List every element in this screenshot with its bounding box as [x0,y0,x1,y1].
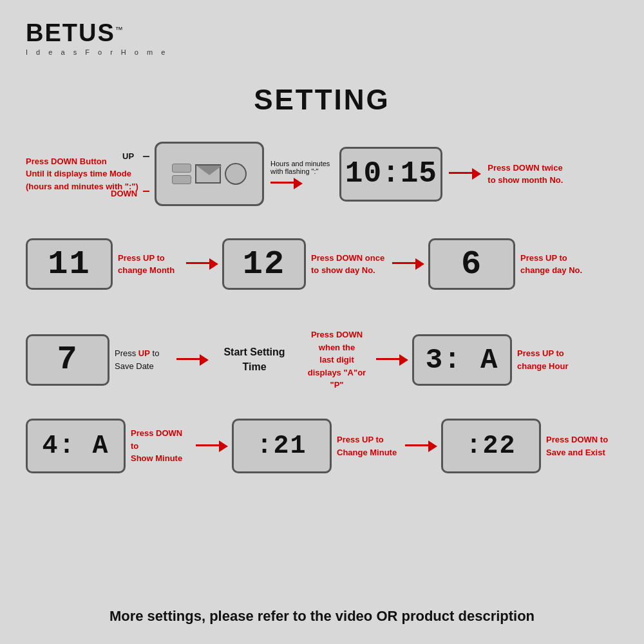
logo-area: BETUS™ I d e a s F o r H o m e [26,19,168,56]
row4-down1-keyword: DOWN [156,428,182,438]
device-container: UP DOWN [148,142,264,206]
brand-logo: BETUS™ [26,19,168,47]
device-envelope-icon [195,164,221,184]
logo-tagline: I d e a s F o r H o m e [26,48,168,56]
row2-up3-keyword: UP [545,253,557,263]
row2-display2-text: 12 [243,245,285,283]
row3-label2: Press DOWN when the last digit displays … [301,328,372,392]
row1-down-keyword: DOWN [51,156,77,166]
row4-arrow2 [405,439,437,453]
row4-save-exist-keyword: Save and Exist [546,448,605,457]
row2-red-arrow1 [186,257,218,269]
row2-display2: 12 [222,238,306,290]
row2-display3-text: 6 [461,245,482,283]
row2-arrow1 [186,257,218,271]
row3: 7 Press UP to Save Date Start Setting Ti… [26,328,618,392]
row1: Press DOWN Button Until it displays time… [26,142,618,206]
page-title: SETTING [0,84,644,116]
row4-red-arrow2 [405,439,437,451]
row4-display2-text: :21 [256,431,307,460]
row3-red-arrow2 [376,353,408,365]
row4-up2-keyword: UP [362,435,374,444]
device-display [155,142,264,206]
up-label: UP [122,151,134,161]
row3-display2-text: 3: A [426,344,499,376]
row2-show-day-keyword: show day No. [321,265,375,275]
row3-arrow2 [376,353,408,367]
trademark: ™ [115,25,124,34]
row3-arrow1 [176,353,209,367]
row2: 11 Press UP to change Month 12 Press DOW… [26,238,618,290]
row4-display1: 4: A [26,419,126,473]
row2-arrow2 [392,257,424,271]
row2-label2: Press DOWN once to show day No. [311,252,388,277]
row2-label3: Press UP to change day No. [520,252,582,277]
row3-up3-keyword: UP [542,348,554,358]
row4-red-arrow1 [196,439,228,451]
row1-red-arrow1 [270,176,303,188]
row1-show-keyword: show month [498,175,547,185]
row2-display3: 6 [428,238,515,290]
row3-red-arrow1 [176,353,209,365]
down-label: DOWN [111,189,137,198]
row3-up1-keyword: UP [138,348,150,358]
row2-red-arrow2 [392,257,424,269]
row4-label2: Press UP to Change Minute [337,433,401,459]
device-circle-icon [225,163,247,185]
row4-display2: :21 [232,419,332,473]
row2-change-day-keyword: day No. [552,265,582,275]
footer-text: More settings, please refer to the video… [0,608,644,625]
row4-down3-keyword: DOWN [571,435,598,444]
row4-display1-text: 4: A [42,431,109,460]
row4-show-minute-keyword: Show Minute [131,453,182,463]
row4-label1: Press DOWN to Show Minute [131,427,192,465]
row4: 4: A Press DOWN to Show Minute :21 Press… [26,419,618,473]
row4-change-minute-keyword: Change Minute [337,448,397,457]
row2-label1: Press UP to change Month [118,252,182,277]
down-arrow-line [143,191,149,192]
row2-display1-text: 11 [48,245,90,283]
row2-display1: 11 [26,238,113,290]
row1-arrow1-label: Hours and minuteswith flashing ":" [270,160,330,175]
device-buttons [172,164,191,184]
row2-down2-keyword: DOWN [336,253,363,263]
device-btn-bottom [172,175,191,184]
row4-arrow1 [196,439,228,453]
row2-up1-keyword: UP [143,253,155,263]
row1-arrow2 [449,167,481,181]
row3-display1-text: 7 [57,341,78,379]
row4-label3: Press DOWN to Save and Exist [546,433,608,459]
row2-change-month-keyword: change Month [118,265,175,275]
row1-display1-text: 10:15 [345,157,437,191]
brand-name: BETUS [26,19,115,46]
device-inner [172,163,247,185]
row3-display1: 7 [26,334,109,386]
page-container: BETUS™ I d e a s F o r H o m e SETTING P… [0,0,644,644]
row3-display2: 3: A [412,334,512,386]
row1-label3: Press DOWN twice to show month No. [488,162,563,187]
row3-middle-text: Start Setting Time [213,345,296,374]
row3-label1: Press UP to Save Date [115,347,173,372]
row4-display3-text: :22 [466,431,516,460]
row3-label3: Press UP to change Hour [517,347,568,372]
device-btn-top [172,164,191,173]
row3-down2-keyword: DOWN [336,330,363,339]
row1-arrow1: Hours and minuteswith flashing ":" [270,160,330,188]
row1-red-arrow2 [449,167,481,178]
row1-display1: 10:15 [339,147,442,202]
row1-down2-keyword: DOWN [513,163,539,173]
up-arrow-line [143,156,149,157]
row4-display3: :22 [441,419,541,473]
